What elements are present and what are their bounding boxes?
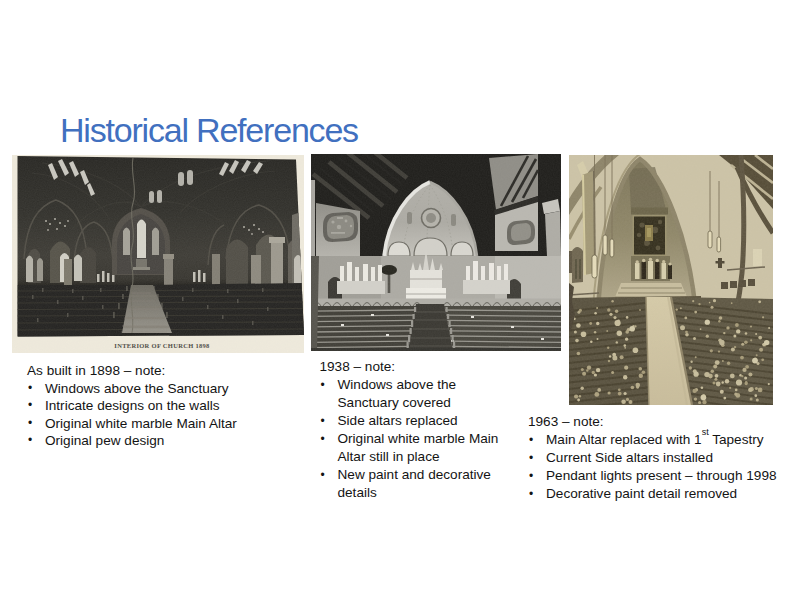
svg-text:INTERIOR OF CHURCH 1898: INTERIOR OF CHURCH 1898 xyxy=(114,342,210,349)
